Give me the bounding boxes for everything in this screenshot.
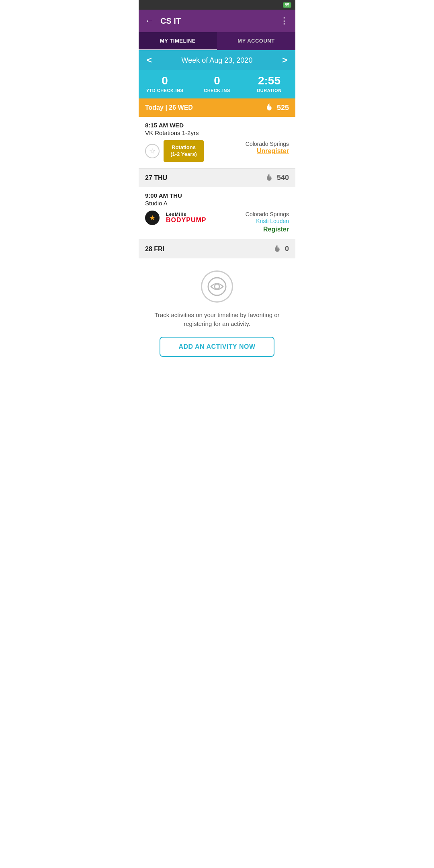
svg-point-1 bbox=[215, 284, 219, 289]
app-title: CS IT bbox=[160, 16, 280, 26]
day-header-fri: 28 FRI 0 bbox=[139, 240, 295, 258]
location-wed: Colorado Springs bbox=[246, 141, 289, 147]
day-header-thu: 27 THU 540 bbox=[139, 169, 295, 187]
next-week-button[interactable]: > bbox=[282, 55, 287, 66]
register-button-thu[interactable]: Register bbox=[246, 226, 289, 233]
flame-icon-wed bbox=[264, 102, 274, 113]
unregister-button-wed[interactable]: Unregister bbox=[246, 147, 289, 155]
empty-state: Track activities on your timeline by fav… bbox=[139, 258, 295, 369]
activity-name-thu: Studio A bbox=[145, 200, 289, 207]
stat-checkins: 0 CHECK-INS bbox=[191, 74, 243, 93]
add-activity-button[interactable]: ADD AN ACTIVITY NOW bbox=[160, 337, 274, 357]
favorite-star-wed[interactable]: ☆ bbox=[145, 144, 160, 158]
activity-time-wed: 8:15 AM WED bbox=[145, 122, 289, 129]
flame-icon-thu bbox=[264, 173, 274, 183]
tab-timeline[interactable]: MY TIMELINE bbox=[139, 32, 217, 50]
flame-score-fri: 0 bbox=[272, 244, 289, 254]
activity-row-wed: ☆ Rotations (1-2 Years) Colorado Springs… bbox=[145, 140, 289, 162]
day-header-wed: Today | 26 WED 525 bbox=[139, 98, 295, 117]
empty-icon bbox=[201, 270, 233, 303]
activity-right-thu: Colorado Springs Kristi Louden Register bbox=[246, 211, 289, 233]
location-thu: Colorado Springs bbox=[246, 211, 289, 217]
activity-time-thu: 9:00 AM THU bbox=[145, 192, 289, 199]
flame-score-wed: 525 bbox=[264, 102, 289, 113]
status-bar: 95 bbox=[139, 0, 295, 10]
week-label: Week of Aug 23, 2020 bbox=[182, 56, 253, 65]
week-navigation: < Week of Aug 23, 2020 > bbox=[139, 50, 295, 70]
prev-week-button[interactable]: < bbox=[147, 55, 152, 66]
tab-account[interactable]: MY ACCOUNT bbox=[217, 32, 295, 50]
flame-score-thu: 540 bbox=[264, 173, 289, 183]
back-button[interactable]: ← bbox=[145, 16, 154, 26]
app-bar: ← CS IT ⋮ bbox=[139, 10, 295, 32]
activity-left-wed: ☆ Rotations (1-2 Years) bbox=[145, 140, 204, 162]
instructor-link-thu[interactable]: Kristi Louden bbox=[246, 218, 289, 224]
stats-bar: 0 YTD CHECK-INS 0 CHECK-INS 2:55 DURATIO… bbox=[139, 70, 295, 98]
activity-right-wed: Colorado Springs Unregister bbox=[246, 140, 289, 155]
activity-badge-wed: Rotations (1-2 Years) bbox=[164, 140, 204, 162]
favorite-star-thu[interactable]: ★ bbox=[145, 211, 160, 225]
tab-bar: MY TIMELINE MY ACCOUNT bbox=[139, 32, 295, 50]
stat-duration: 2:55 DURATION bbox=[243, 74, 295, 93]
more-menu-button[interactable]: ⋮ bbox=[280, 16, 289, 26]
stat-ytd-checkins: 0 YTD CHECK-INS bbox=[139, 74, 191, 93]
battery-indicator: 95 bbox=[283, 2, 291, 8]
lesmills-logo: LesMills BODYPUMP bbox=[166, 212, 206, 224]
activity-entry-thu: 9:00 AM THU Studio A ★ LesMills BODYPUMP… bbox=[139, 187, 295, 240]
flame-icon-fri bbox=[272, 244, 283, 254]
empty-text: Track activities on your timeline by fav… bbox=[145, 311, 289, 329]
activity-name-wed: VK Rotations 1-2yrs bbox=[145, 129, 289, 136]
activity-row-thu: ★ LesMills BODYPUMP Colorado Springs Kri… bbox=[145, 211, 289, 233]
activity-entry-wed: 8:15 AM WED VK Rotations 1-2yrs ☆ Rotati… bbox=[139, 117, 295, 169]
activity-left-thu: ★ LesMills BODYPUMP bbox=[145, 211, 206, 225]
